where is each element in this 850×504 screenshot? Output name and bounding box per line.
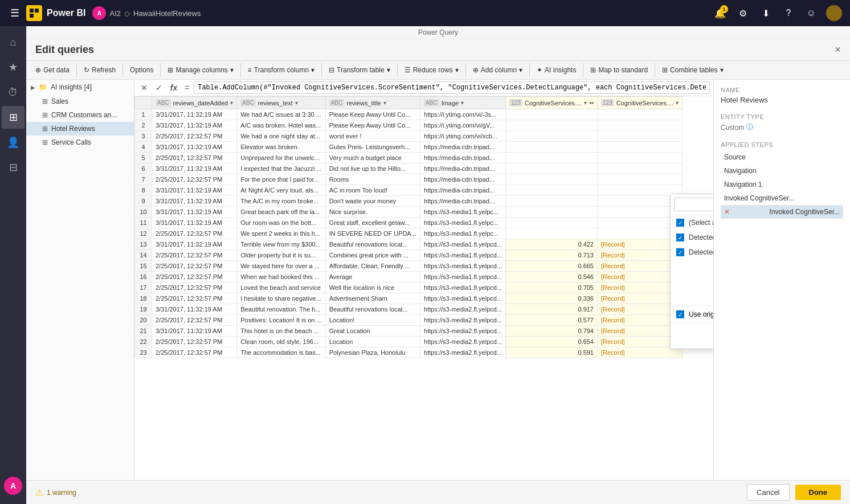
cell-title: Gutes Preis- Leistungsverh... bbox=[325, 142, 420, 153]
combine-tables-button[interactable]: ⊞ Combine tables ▾ bbox=[657, 64, 728, 76]
table-row: 17 2/25/2017, 12:32:57 PM Loved the beac… bbox=[135, 282, 683, 293]
sidebar-item-favorites[interactable]: ★ bbox=[2, 56, 24, 79]
settings-button[interactable]: ⚙ bbox=[733, 3, 753, 23]
done-button[interactable]: Done bbox=[795, 485, 841, 500]
formula-check-icon[interactable]: ✓ bbox=[153, 81, 165, 94]
cell-date: 2/25/2017, 12:32:57 PM bbox=[152, 293, 237, 304]
ai-insights-button[interactable]: ✦ AI insights bbox=[532, 64, 581, 76]
get-data-button[interactable]: ⊕ Get data bbox=[31, 64, 74, 76]
user-avatar[interactable] bbox=[824, 3, 844, 23]
applied-steps-label: Applied steps bbox=[721, 141, 843, 148]
formula-x-icon[interactable]: ✕ bbox=[138, 81, 150, 94]
sidebar-item-data[interactable]: ⊞ bbox=[2, 106, 24, 129]
select-all-checkbox[interactable] bbox=[676, 219, 684, 227]
data-table: ABC reviews_dateAdded ▾ ABC reviews_text… bbox=[134, 96, 683, 358]
row-num: 9 bbox=[135, 196, 152, 207]
get-data-icon: ⊕ bbox=[35, 66, 41, 74]
sidebar-item-recent[interactable]: ⏱ bbox=[2, 81, 24, 104]
query-item-crm[interactable]: ⊞ CRM Customers an... bbox=[26, 108, 134, 122]
cell-date: 2/25/2017, 12:32:57 PM bbox=[152, 282, 237, 293]
close-button[interactable]: × bbox=[835, 44, 841, 56]
cell-cs1 bbox=[506, 142, 598, 153]
filter-cs1[interactable]: ▾ bbox=[584, 100, 587, 106]
step-delete-icon[interactable]: ✕ bbox=[724, 208, 730, 216]
dropdown-select-all[interactable]: (Select all) bbox=[671, 215, 713, 230]
cell-text: I expected that the Jacuzzi ... bbox=[237, 163, 325, 174]
col-header-date[interactable]: ABC reviews_dateAdded ▾ bbox=[152, 97, 237, 109]
cell-date: 2/25/2017, 12:32:57 PM bbox=[152, 272, 237, 282]
add-column-button[interactable]: ⊕ Add column ▾ bbox=[468, 64, 527, 76]
step-source[interactable]: Source bbox=[721, 150, 843, 164]
step-navigation[interactable]: Navigation bbox=[721, 164, 843, 178]
cancel-button[interactable]: Cancel bbox=[747, 484, 789, 501]
filter-image[interactable]: ▾ bbox=[461, 100, 464, 106]
cell-cs1: 0.917 bbox=[506, 304, 598, 315]
col-header-image[interactable]: ABC Image ▾ bbox=[420, 97, 506, 109]
filter-title[interactable]: ▾ bbox=[383, 100, 386, 106]
manage-columns-button[interactable]: ⊞ Manage columns ▾ bbox=[163, 64, 238, 76]
table-row: 1 3/31/2017, 11:32:19 AM We had A/C issu… bbox=[135, 109, 683, 120]
col-expand-cs1[interactable]: ⇔ bbox=[589, 100, 594, 106]
query-item-sales[interactable]: ⊞ Sales bbox=[26, 95, 134, 108]
table-icon-sales: ⊞ bbox=[42, 97, 48, 105]
notifications-button[interactable]: 🔔 1 bbox=[710, 3, 730, 23]
filter-text[interactable]: ▾ bbox=[295, 100, 298, 106]
row-num: 15 bbox=[135, 261, 152, 272]
sidebar-item-home[interactable]: ⌂ bbox=[2, 31, 24, 54]
step-invoked1[interactable]: Invoked CognitiveSer... bbox=[721, 191, 843, 205]
cell-date: 2/25/2017, 12:32:57 PM bbox=[152, 131, 237, 142]
query-item-hotel-reviews[interactable]: ⊞ Hotel Reviews bbox=[26, 122, 134, 136]
entity-type-value: Custom bbox=[721, 124, 744, 132]
dropdown-option2[interactable]: Detected Language ISO Code bbox=[671, 245, 713, 260]
option1-checkbox[interactable] bbox=[676, 233, 684, 241]
cell-image: https://i.ytimg.com/vi/xcb... bbox=[420, 131, 506, 142]
row-num: 6 bbox=[135, 163, 152, 174]
cell-cs1 bbox=[506, 153, 598, 163]
entity-type-help-icon[interactable]: ⓘ bbox=[746, 122, 753, 132]
col-header-cs1[interactable]: 123 CognitiveServices.... ▾ ⇔ bbox=[506, 97, 598, 109]
reduce-rows-button[interactable]: ☰ Reduce rows ▾ bbox=[400, 64, 463, 76]
cell-text: We had A/C issues at 3:30 ... bbox=[237, 109, 325, 120]
col-header-cs2[interactable]: 123 CognitiveServices.... ▾ bbox=[597, 97, 682, 109]
formula-fx-icon[interactable]: fx bbox=[167, 81, 180, 94]
refresh-button[interactable]: ↻ Refresh bbox=[79, 64, 120, 76]
query-group-ai-insights[interactable]: ▶ 📁 AI insights [4] bbox=[26, 80, 134, 95]
col-header-title[interactable]: ABC reviews_title ▾ bbox=[325, 97, 420, 109]
cell-cs1 bbox=[506, 120, 598, 131]
manage-columns-icon: ⊞ bbox=[167, 66, 173, 74]
filter-date[interactable]: ▾ bbox=[230, 100, 233, 106]
query-item-service-calls[interactable]: ⊞ Service Calls bbox=[26, 136, 134, 149]
sidebar-item-apps[interactable]: ⊟ bbox=[2, 156, 24, 179]
sidebar-user-icon[interactable]: A bbox=[4, 477, 22, 495]
cell-cs2[interactable]: [Record] bbox=[597, 347, 682, 358]
data-grid[interactable]: ABC reviews_dateAdded ▾ ABC reviews_text… bbox=[134, 96, 713, 480]
option2-checkbox[interactable] bbox=[676, 248, 684, 256]
warning-icon: ⚠ bbox=[35, 487, 43, 498]
feedback-button[interactable]: ☺ bbox=[801, 3, 822, 23]
table-row: 18 2/25/2017, 12:32:57 PM I hesitate to … bbox=[135, 293, 683, 304]
dropdown-search-input[interactable] bbox=[674, 198, 713, 211]
download-button[interactable]: ⬇ bbox=[755, 3, 776, 23]
table-row: 19 3/31/2017, 11:32:19 AM Beautiful reno… bbox=[135, 304, 683, 315]
col-header-text[interactable]: ABC reviews_text ▾ bbox=[237, 97, 325, 109]
map-to-standard-button[interactable]: ⊞ Map to standard bbox=[586, 64, 652, 76]
sidebar-item-people[interactable]: 👤 bbox=[2, 131, 24, 154]
cell-title: Nice surprise. bbox=[325, 207, 420, 218]
options-button[interactable]: Options bbox=[125, 64, 158, 76]
transform-table-button[interactable]: ⊟ Transform table ▾ bbox=[324, 64, 395, 76]
filter-cs2[interactable]: ▾ bbox=[676, 100, 679, 106]
step-invoked2[interactable]: ✕ Invoked CognitiveSer... bbox=[721, 205, 843, 219]
hamburger-menu[interactable]: ☰ bbox=[6, 4, 24, 22]
use-prefix-checkbox[interactable] bbox=[676, 310, 684, 318]
row-num: 18 bbox=[135, 293, 152, 304]
cell-title: Great Location bbox=[325, 326, 420, 337]
step-invoked2-label: Invoked CognitiveSer... bbox=[770, 208, 840, 216]
step-navigation1[interactable]: Navigation 1 bbox=[721, 178, 843, 191]
cell-date: 2/25/2017, 12:32:57 PM bbox=[152, 315, 237, 326]
help-button[interactable]: ? bbox=[778, 3, 799, 23]
formula-input[interactable] bbox=[194, 81, 710, 94]
cell-text: Beautiful renovation. The h... bbox=[237, 304, 325, 315]
cell-date: 2/25/2017, 12:32:57 PM bbox=[152, 228, 237, 239]
transform-column-button[interactable]: ≡ Transform column ▾ bbox=[243, 64, 319, 76]
dropdown-option1[interactable]: Detected Language Name bbox=[671, 230, 713, 245]
